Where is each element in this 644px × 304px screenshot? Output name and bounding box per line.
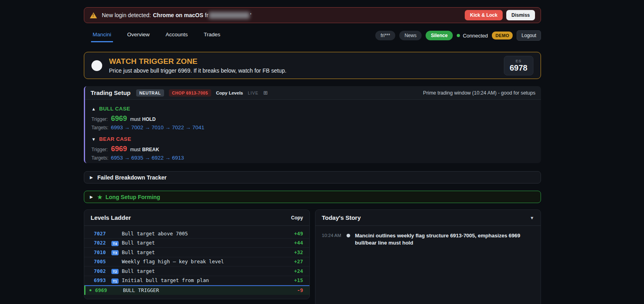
level-row[interactable]: 7005 Weekly flag high — key break level … [84, 257, 309, 267]
logout-button[interactable]: Logout [517, 30, 541, 41]
todays-story-header: Today's Story ▼ [315, 210, 541, 226]
level-delta: -9 [297, 287, 303, 293]
trigger-label: Trigger: [91, 147, 108, 152]
trading-setup-title: Trading Setup [91, 89, 131, 96]
level-delta: +24 [294, 268, 303, 274]
level-label: Bull target [122, 268, 294, 274]
bear-case-label: BEAR CASE [99, 136, 131, 142]
trading-setup-panel: Trading Setup NEUTRAL CHOP 6913-7005 Cop… [84, 86, 541, 163]
bear-targets: 6953 → 6935 → 6922 → 6913 [111, 155, 184, 161]
grid-view-icon[interactable]: ⊞ [263, 90, 268, 96]
triangle-down-icon: ▼ [91, 137, 96, 142]
bull-trigger-row: Trigger: 6969 mustHOLD [91, 114, 535, 123]
current-level-dot-icon [89, 289, 91, 291]
todays-story-panel: Today's Story ▼ 10:24 AM Mancini outline… [315, 209, 541, 304]
bullet-dot-icon [347, 234, 350, 237]
silence-button[interactable]: Silence [426, 31, 453, 40]
levels-ladder-title: Levels Ladder [91, 214, 131, 221]
failed-breakdown-tracker-panel[interactable]: ▶ Failed Breakdown Tracker [84, 171, 541, 184]
top-nav: Mancini Overview Accounts Trades fri*** … [84, 30, 541, 42]
copy-button[interactable]: Copy [291, 215, 303, 221]
demo-badge: DEMO [492, 32, 513, 39]
level-row[interactable]: 7022 T4 Bull target +44 [84, 239, 309, 248]
connection-status-label: Connected [463, 33, 488, 39]
bear-condition: mustBREAK [130, 147, 159, 152]
level-label: Bull target [122, 240, 294, 246]
level-delta: +44 [294, 240, 303, 246]
level-label: Bull target above 7005 [122, 231, 294, 237]
failed-breakdown-title: Failed Breakdown Tracker [97, 174, 167, 181]
bull-targets: 6993 → 7002 → 7010 → 7022 → 7041 [111, 124, 204, 130]
bull-case-header: ▲ BULL CASE [91, 106, 535, 112]
tab-overview[interactable]: Overview [126, 30, 151, 42]
user-pill[interactable]: fri*** [375, 31, 395, 40]
copy-levels-button[interactable]: Copy Levels [216, 91, 243, 95]
trading-window-note: Prime trading window (10:24 AM) - good f… [423, 90, 535, 96]
kick-lock-button[interactable]: Kick & Lock [465, 10, 503, 20]
price-quote-box: ES 6978 [504, 56, 534, 75]
news-button[interactable]: News [399, 31, 422, 40]
bull-condition: mustHOLD [130, 116, 156, 122]
trigger-label: Trigger: [91, 116, 108, 122]
level-price: 7022 [94, 240, 111, 246]
level-price: 7027 [94, 231, 111, 237]
target-tag-badge: T2 [111, 269, 119, 274]
bull-case-label: BULL CASE [99, 106, 130, 112]
story-entry: 10:24 AM Mancini outlines weekly flag st… [322, 232, 534, 247]
level-delta: +32 [294, 249, 303, 255]
level-price: 7005 [94, 259, 111, 265]
chevron-down-icon[interactable]: ▼ [530, 215, 534, 220]
tab-mancini[interactable]: Mancini [91, 30, 113, 42]
neutral-badge: NEUTRAL [136, 89, 164, 97]
level-label: Bull target [122, 249, 294, 255]
login-alert-banner: New login detected: Chrome on macOS fr ’… [84, 7, 541, 23]
warning-triangle-icon [90, 12, 97, 18]
watch-trigger-zone-alert: WATCH TRIGGER ZONE Price just above bull… [84, 52, 541, 79]
login-alert-prefix: New login detected: [102, 12, 151, 18]
login-alert-message: New login detected: Chrome on macOS fr ’ [102, 12, 252, 19]
level-row-bull-trigger[interactable]: 6969 BULL TRIGGER -9 [84, 285, 309, 295]
level-delta: +49 [294, 231, 303, 237]
login-alert-location-partial: fr [205, 12, 208, 18]
todays-story-title: Today's Story [322, 214, 361, 221]
triangle-up-icon: ▲ [91, 107, 96, 111]
level-delta: +15 [294, 277, 303, 283]
level-row[interactable]: 7002 T2 Bull target +24 [84, 266, 309, 276]
dismiss-button[interactable]: Dismiss [506, 10, 535, 20]
alert-message: Price just above bull trigger 6969. If i… [109, 67, 286, 74]
level-row[interactable]: 6993 T1 Initial bull target from plan +1… [84, 276, 309, 286]
levels-ladder-panel: Levels Ladder Copy 7027 Bull target abov… [84, 209, 310, 299]
alert-title: WATCH TRIGGER ZONE [109, 57, 286, 66]
targets-label: Targets: [91, 155, 109, 161]
bear-targets-row: Targets: 6953 → 6935 → 6922 → 6913 [91, 155, 535, 161]
alert-circle-icon [91, 60, 102, 71]
target-tag-badge: T3 [111, 250, 119, 255]
bear-trigger-row: Trigger: 6969 mustBREAK [91, 145, 535, 153]
level-row[interactable]: 7027 Bull target above 7005 +49 [84, 229, 309, 239]
caret-right-icon: ▶ [90, 195, 93, 199]
level-price: 6993 [94, 277, 111, 283]
story-timestamp: 10:24 AM [322, 232, 344, 238]
bear-case-header: ▼ BEAR CASE [91, 136, 535, 142]
target-tag-badge: T1 [111, 278, 119, 284]
trading-setup-header: Trading Setup NEUTRAL CHOP 6913-7005 Cop… [85, 86, 541, 100]
level-row[interactable]: 7010 T3 Bull target +32 [84, 248, 309, 257]
quote-price: 6978 [510, 63, 528, 73]
tab-accounts[interactable]: Accounts [164, 30, 190, 42]
long-setup-forming-panel[interactable]: ▶ ★ Long Setup Forming [84, 191, 541, 203]
bear-trigger-value: 6969 [111, 145, 127, 153]
bull-trigger-value: 6969 [111, 114, 127, 123]
login-alert-device: Chrome on macOS [153, 12, 203, 18]
story-text: Mancini outlines weekly flag structure 6… [355, 232, 534, 247]
level-price: 6969 [95, 287, 113, 293]
tab-trades[interactable]: Trades [202, 30, 222, 42]
targets-label: Targets: [91, 125, 109, 130]
level-price: 7010 [94, 249, 111, 255]
redacted-location [209, 12, 250, 19]
caret-right-icon: ▶ [90, 175, 93, 180]
level-label: BULL TRIGGER [123, 287, 297, 293]
chop-range-badge: CHOP 6913-7005 [169, 89, 211, 97]
quote-symbol: ES [510, 59, 528, 63]
long-setup-title: ★ Long Setup Forming [97, 194, 160, 200]
quote-mark: ’ [250, 12, 252, 18]
